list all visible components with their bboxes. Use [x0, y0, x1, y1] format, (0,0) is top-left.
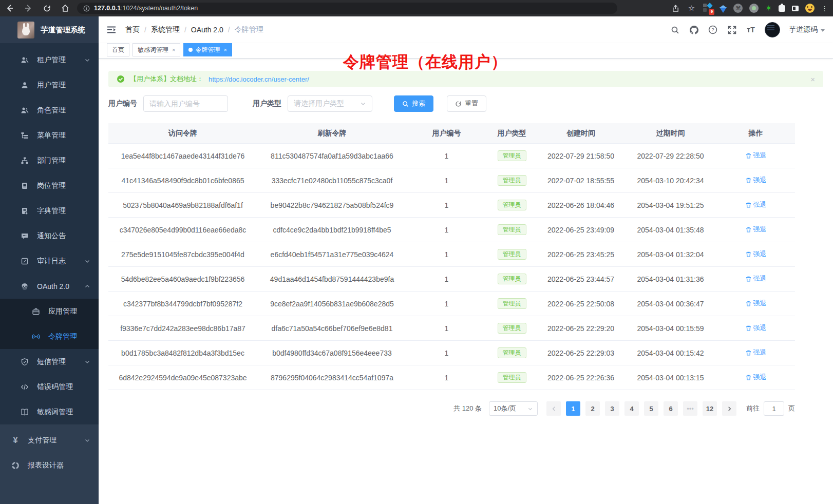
force-logout-label: 强退 — [753, 323, 767, 333]
search-button[interactable]: 搜索 — [394, 95, 433, 112]
breadcrumb: 首页/系统管理/OAuth 2.0/令牌管理 — [125, 25, 263, 34]
tab-令牌管理[interactable]: 令牌管理× — [183, 43, 232, 56]
sidebar-item-支付管理[interactable]: ¥支付管理 — [0, 428, 99, 453]
side-panel-icon[interactable] — [792, 6, 799, 11]
sidebar-item-令牌管理[interactable]: 令牌管理 — [0, 324, 99, 349]
users-icon — [21, 56, 29, 64]
share-icon[interactable] — [671, 4, 680, 13]
search-icon[interactable] — [670, 25, 680, 35]
operation-cell: 强退 — [716, 373, 795, 382]
sidebar-item-通知公告[interactable]: 通知公告 — [0, 223, 99, 248]
sidebar-item-租户管理[interactable]: 租户管理 — [0, 47, 99, 72]
refresh-token-cell: e6cfd40eb1f54571a31e775e039c4624 — [257, 250, 407, 259]
bookmark-star-icon[interactable]: ☆ — [687, 4, 696, 13]
sidebar-item-字典管理[interactable]: 字典管理 — [0, 198, 99, 223]
page-size-select[interactable]: 10条/页 — [489, 401, 538, 416]
page-button-1[interactable]: 1 — [566, 401, 580, 416]
sidebar-item-应用管理[interactable]: 应用管理 — [0, 299, 99, 324]
user-id-input[interactable] — [149, 100, 222, 108]
sidebar-item-短信管理[interactable]: 短信管理 — [0, 349, 99, 374]
github-icon[interactable] — [689, 25, 699, 35]
reset-button[interactable]: 重置 — [447, 95, 486, 112]
alert-close-icon[interactable]: × — [810, 75, 815, 84]
brand[interactable]: 芋道管理系统 — [0, 16, 99, 43]
force-logout-button[interactable]: 强退 — [745, 249, 767, 259]
forward-icon[interactable] — [24, 4, 33, 13]
access-token-cell: f9336e7c7dd242a283ee98dc86b17a87 — [108, 324, 257, 333]
fullscreen-icon[interactable] — [727, 25, 737, 35]
green-star-extension-icon[interactable]: ✶ — [765, 4, 772, 13]
help-icon[interactable]: ? — [708, 25, 718, 35]
force-logout-button[interactable]: 强退 — [745, 274, 767, 283]
expire-time-cell: 2054-03-04 19:51:25 — [624, 201, 716, 209]
page-button-3[interactable]: 3 — [605, 401, 619, 416]
breadcrumb-item: 令牌管理 — [235, 25, 263, 34]
sidebar-item-岗位管理[interactable]: 岗位管理 — [0, 173, 99, 198]
alert-doc-link[interactable]: https://doc.iocoder.cn/user-center/ — [209, 75, 309, 83]
force-logout-button[interactable]: 强退 — [745, 323, 767, 333]
font-size-icon[interactable]: ᴛT — [746, 25, 756, 35]
sidebar-item-审计日志[interactable]: 审计日志 — [0, 248, 99, 274]
reload-icon[interactable] — [42, 4, 51, 13]
search-button-label: 搜索 — [412, 99, 425, 108]
goto-page-input[interactable]: 1 — [764, 401, 784, 416]
page-button-4[interactable]: 4 — [624, 401, 639, 416]
breadcrumb-item[interactable]: 首页 — [125, 25, 140, 34]
sidebar-item-角色管理[interactable]: 角色管理 — [0, 98, 99, 123]
sidebar-item-错误码管理[interactable]: 错误码管理 — [0, 374, 99, 399]
sidebar-item-菜单管理[interactable]: 菜单管理 — [0, 123, 99, 148]
force-logout-button[interactable]: 强退 — [745, 225, 767, 234]
site-info-icon[interactable] — [83, 5, 90, 12]
breadcrumb-item[interactable]: OAuth 2.0 — [191, 26, 223, 34]
create-time-cell: 2022-06-25 22:50:08 — [537, 300, 624, 308]
command-extension-icon[interactable]: ⌘ — [733, 4, 743, 13]
browser-menu-icon[interactable]: ⋮ — [821, 5, 828, 12]
page-button-2[interactable]: 2 — [585, 401, 600, 416]
tab-close-icon[interactable]: × — [172, 47, 175, 53]
sidebar-item-敏感词管理[interactable]: 敏感词管理 — [0, 399, 99, 424]
sidebar-item-OAuth 2.0[interactable]: OAuth 2.0 — [0, 274, 99, 299]
pager-ellipsis[interactable]: ••• — [683, 401, 697, 416]
force-logout-button[interactable]: 强退 — [745, 151, 767, 160]
sidebar-item-部门管理[interactable]: 部门管理 — [0, 148, 99, 173]
user-type-badge: 管理员 — [498, 249, 526, 260]
force-logout-button[interactable]: 强退 — [745, 373, 767, 382]
sidebar-item-报表设计器[interactable]: 报表设计器 — [0, 453, 99, 478]
sidebar-item-用户管理[interactable]: 用户管理 — [0, 72, 99, 98]
tab-敏感词管理[interactable]: 敏感词管理× — [132, 43, 180, 56]
tree-icon — [21, 131, 29, 140]
gem-extension-icon[interactable] — [720, 7, 727, 13]
home-icon[interactable] — [61, 4, 70, 13]
user-type-badge: 管理员 — [498, 175, 526, 186]
next-page-button[interactable] — [722, 401, 736, 416]
force-logout-button[interactable]: 强退 — [745, 200, 767, 209]
operation-cell: 强退 — [716, 348, 795, 358]
collapse-sidebar-icon[interactable] — [107, 25, 117, 35]
back-icon[interactable] — [5, 4, 14, 13]
profile-avatar-icon[interactable] — [805, 4, 815, 13]
user-type-select[interactable]: 请选择用户类型 — [288, 95, 372, 112]
extension-shortcut-icon[interactable]: 9 — [703, 3, 713, 13]
force-logout-button[interactable]: 强退 — [745, 176, 767, 185]
user-menu[interactable]: 芋道源码 — [789, 25, 825, 34]
force-logout-button[interactable]: 强退 — [745, 299, 767, 308]
page-button-6[interactable]: 6 — [664, 401, 678, 416]
user-avatar[interactable] — [765, 22, 780, 37]
breadcrumb-item[interactable]: 系统管理 — [151, 25, 180, 34]
address-bar[interactable]: 127.0.0.1:1024/system/oauth2/token — [77, 3, 617, 14]
tab-close-icon[interactable]: × — [223, 47, 226, 53]
filter-bar: 用户编号 用户类型 请选择用户类型 搜索 重置 — [108, 95, 823, 112]
sidebar: 芋道管理系统 租户管理用户管理角色管理菜单管理部门管理岗位管理字典管理通知公告审… — [0, 16, 99, 504]
extensions-puzzle-icon[interactable] — [779, 5, 785, 12]
recorder-extension-icon[interactable] — [749, 4, 759, 13]
book-icon — [21, 408, 29, 416]
users-icon — [21, 106, 29, 114]
prev-page-button[interactable] — [546, 401, 561, 416]
user-id-cell: 1 — [407, 226, 486, 234]
force-logout-button[interactable]: 强退 — [745, 348, 767, 357]
tab-首页[interactable]: 首页 — [107, 43, 129, 56]
force-logout-label: 强退 — [753, 348, 767, 357]
access-token-cell: b0d1785bc3a8482f812db4a3f3bd15ec — [108, 349, 257, 357]
page-button-12[interactable]: 12 — [703, 401, 717, 416]
page-button-5[interactable]: 5 — [644, 401, 658, 416]
